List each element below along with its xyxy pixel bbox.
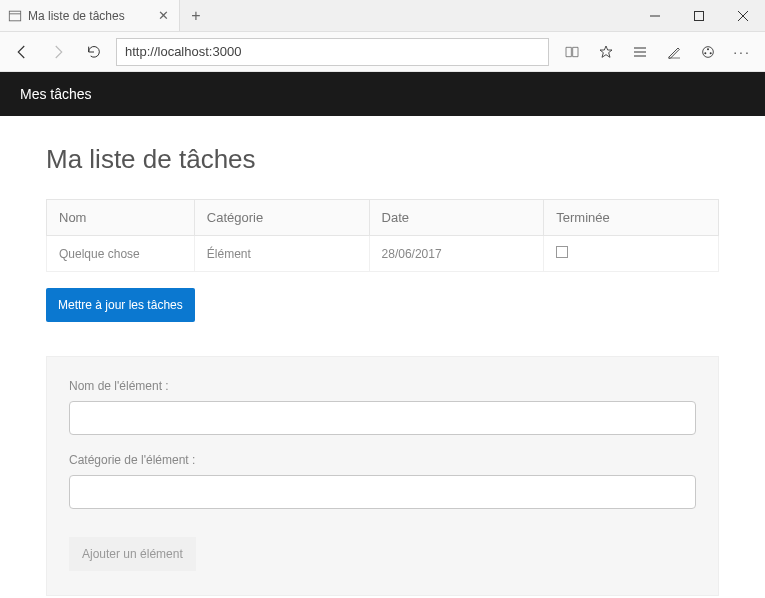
th-date: Date [369,200,544,236]
cell-category: Élément [194,236,369,272]
share-icon[interactable] [693,38,723,66]
browser-toolbar: http://localhost:3000 ··· [0,32,765,72]
svg-point-11 [707,48,709,50]
more-icon[interactable]: ··· [727,38,757,66]
item-category-input[interactable] [69,475,696,509]
tasks-table: Nom Catégorie Date Terminée Quelque chos… [46,199,719,272]
th-name: Nom [47,200,195,236]
page-content: Ma liste de tâches Nom Catégorie Date Te… [0,116,765,596]
favorite-icon[interactable] [591,38,621,66]
close-window-button[interactable] [721,0,765,31]
item-name-input[interactable] [69,401,696,435]
window-tab-strip: Ma liste de tâches ✕ + [0,0,765,32]
add-item-button[interactable]: Ajouter un élément [69,537,196,571]
minimize-button[interactable] [633,0,677,31]
cell-name: Quelque chose [47,236,195,272]
reading-view-icon[interactable] [557,38,587,66]
done-checkbox[interactable] [556,246,568,258]
address-text: http://localhost:3000 [125,44,241,59]
svg-rect-3 [695,11,704,20]
svg-point-12 [704,52,706,54]
notes-icon[interactable] [659,38,689,66]
refresh-button[interactable] [80,38,108,66]
cell-done [544,236,719,272]
item-name-label: Nom de l'élément : [69,379,696,393]
th-done: Terminée [544,200,719,236]
table-header-row: Nom Catégorie Date Terminée [47,200,719,236]
brand-text: Mes tâches [20,86,92,102]
add-item-form: Nom de l'élément : Catégorie de l'élémen… [46,356,719,596]
hub-icon[interactable] [625,38,655,66]
svg-point-13 [710,52,712,54]
new-tab-button[interactable]: + [180,0,212,31]
svg-rect-0 [9,11,20,21]
window-controls [633,0,765,31]
back-button[interactable] [8,38,36,66]
item-category-label: Catégorie de l'élément : [69,453,696,467]
browser-tab[interactable]: Ma liste de tâches ✕ [0,0,180,31]
table-row: Quelque chose Élément 28/06/2017 [47,236,719,272]
update-tasks-button[interactable]: Mettre à jour les tâches [46,288,195,322]
svg-point-10 [703,46,714,57]
app-navbar: Mes tâches [0,72,765,116]
address-bar[interactable]: http://localhost:3000 [116,38,549,66]
th-category: Catégorie [194,200,369,236]
tab-title: Ma liste de tâches [28,9,150,23]
close-tab-icon[interactable]: ✕ [156,8,171,23]
maximize-button[interactable] [677,0,721,31]
page-icon [8,9,22,23]
cell-date: 28/06/2017 [369,236,544,272]
page-title: Ma liste de tâches [46,144,719,175]
forward-button[interactable] [44,38,72,66]
